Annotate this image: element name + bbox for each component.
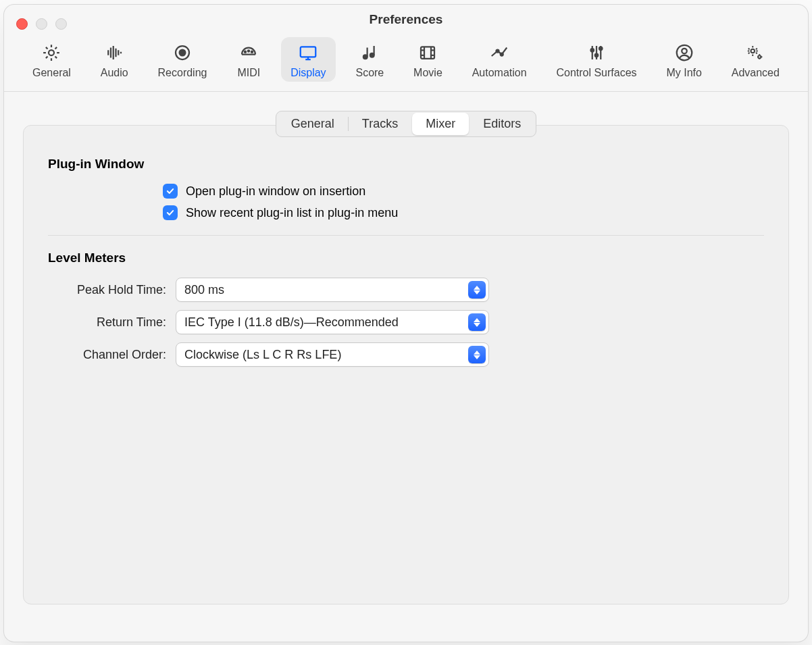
row-open-on-insert: Open plug-in window on insertion	[163, 184, 764, 199]
tab-movie[interactable]: Movie	[404, 37, 452, 82]
midi-port-icon	[236, 43, 261, 63]
svg-point-12	[251, 51, 253, 53]
checkbox-open-on-insert[interactable]	[163, 184, 178, 199]
maximize-window-button[interactable]	[55, 18, 67, 30]
svg-point-10	[245, 51, 246, 53]
section-divider	[48, 235, 764, 236]
tab-audio-label: Audio	[101, 67, 128, 79]
tab-control-surfaces-label: Control Surfaces	[556, 67, 636, 79]
window-title: Preferences	[370, 12, 443, 27]
checkbox-show-recent[interactable]	[163, 205, 178, 220]
tab-general-label: General	[32, 67, 71, 79]
svg-point-33	[595, 54, 599, 57]
svg-point-0	[49, 50, 54, 55]
section-level-meters-title: Level Meters	[48, 251, 764, 265]
faders-icon	[584, 43, 609, 63]
row-return-time: Return Time: IEC Type I (11.8 dB/s)—Reco…	[48, 310, 764, 334]
tab-recording-label: Recording	[158, 67, 207, 79]
svg-marker-39	[474, 286, 480, 290]
automation-curve-icon	[487, 43, 511, 63]
select-peak-hold[interactable]: 800 ms	[176, 278, 489, 302]
display-icon	[296, 43, 320, 63]
subtab-editors[interactable]: Editors	[470, 113, 534, 135]
row-show-recent: Show recent plug-in list in plug-in menu	[163, 205, 764, 220]
person-circle-icon	[672, 43, 696, 63]
svg-marker-41	[474, 318, 480, 322]
svg-point-36	[682, 49, 687, 54]
tab-control-surfaces[interactable]: Control Surfaces	[547, 37, 646, 82]
tab-my-info-label: My Info	[666, 67, 701, 79]
waveform-icon	[102, 43, 126, 63]
select-peak-hold-value: 800 ms	[184, 283, 224, 297]
record-icon	[170, 43, 195, 63]
tab-display-label: Display	[290, 67, 326, 79]
traffic-lights	[16, 18, 67, 30]
label-channel-order: Channel Order:	[48, 348, 166, 362]
tab-score[interactable]: Score	[346, 37, 393, 82]
tab-audio[interactable]: Audio	[91, 37, 138, 82]
tab-midi-label: MIDI	[237, 67, 260, 79]
svg-point-32	[591, 49, 594, 52]
svg-rect-13	[301, 47, 316, 57]
select-return-time[interactable]: IEC Type I (11.8 dB/s)—Recommended	[176, 310, 489, 334]
svg-rect-20	[421, 47, 434, 59]
stepper-icon	[468, 281, 486, 299]
svg-point-28	[501, 53, 503, 56]
svg-point-37	[751, 49, 755, 53]
tab-midi[interactable]: MIDI	[227, 37, 270, 82]
tab-general[interactable]: General	[23, 37, 80, 82]
svg-marker-42	[474, 323, 480, 327]
tab-advanced-label: Advanced	[732, 67, 780, 79]
select-return-time-value: IEC Type I (11.8 dB/s)—Recommended	[184, 315, 399, 330]
row-channel-order: Channel Order: Clockwise (Ls L C R Rs LF…	[48, 342, 764, 367]
minimize-window-button[interactable]	[36, 18, 47, 30]
stepper-icon	[468, 313, 486, 331]
select-channel-order[interactable]: Clockwise (Ls L C R Rs LFE)	[176, 342, 489, 367]
tab-score-label: Score	[355, 67, 384, 79]
titlebar: Preferences	[4, 5, 808, 34]
toolbar: General Audio Recording MIDI Display	[4, 34, 808, 92]
svg-marker-44	[474, 355, 480, 359]
svg-point-9	[180, 50, 186, 56]
gear-icon	[39, 43, 64, 63]
subtab-mixer[interactable]: Mixer	[412, 113, 469, 135]
svg-marker-43	[474, 351, 480, 355]
notes-icon	[357, 43, 382, 63]
settings-panel: Plug-in Window Open plug-in window on in…	[23, 125, 789, 604]
subtab-general[interactable]: General	[278, 113, 348, 135]
content: Plug-in Window Open plug-in window on in…	[4, 125, 808, 623]
gears-icon	[743, 43, 767, 63]
subtab-tracks[interactable]: Tracks	[349, 113, 411, 135]
svg-point-34	[599, 47, 603, 51]
row-peak-hold: Peak Hold Time: 800 ms	[48, 278, 764, 302]
tab-my-info[interactable]: My Info	[657, 37, 711, 82]
tab-automation[interactable]: Automation	[463, 37, 536, 82]
label-open-on-insert: Open plug-in window on insertion	[186, 184, 365, 199]
svg-point-27	[497, 50, 499, 53]
tab-movie-label: Movie	[413, 67, 442, 79]
filmstrip-icon	[415, 43, 440, 63]
tab-automation-label: Automation	[472, 67, 527, 79]
tab-recording[interactable]: Recording	[149, 37, 217, 82]
tab-advanced[interactable]: Advanced	[722, 37, 789, 82]
stepper-icon	[468, 346, 486, 363]
svg-marker-40	[474, 290, 480, 294]
close-window-button[interactable]	[16, 18, 28, 30]
section-plugin-window-title: Plug-in Window	[48, 157, 764, 172]
svg-point-11	[248, 50, 249, 51]
preferences-window: Preferences General Audio Recording MI	[3, 4, 809, 642]
label-peak-hold: Peak Hold Time:	[48, 283, 166, 297]
select-channel-order-value: Clockwise (Ls L C R Rs LFE)	[184, 348, 341, 362]
tab-display[interactable]: Display	[281, 37, 335, 82]
subtab-segmented: General Tracks Mixer Editors	[276, 111, 536, 137]
label-return-time: Return Time:	[48, 315, 166, 330]
label-show-recent: Show recent plug-in list in plug-in menu	[186, 206, 398, 220]
